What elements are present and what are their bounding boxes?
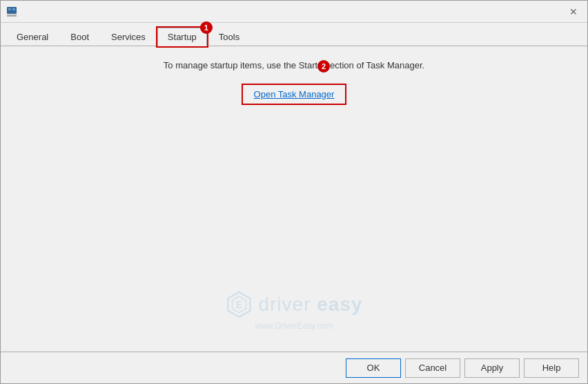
svg-rect-3 (12, 8, 15, 10)
info-text-prefix: To manage startup items, use the Start (164, 60, 317, 70)
ok-button[interactable]: OK (346, 358, 401, 378)
tab-startup[interactable]: Startup (157, 28, 207, 46)
apply-button[interactable]: Apply (464, 358, 520, 378)
info-text-suffix: ection of Task Manager. (330, 60, 424, 70)
watermark-logo: E driver easy (225, 291, 362, 318)
main-content: To manage startup items, use the Start2e… (1, 46, 587, 352)
svg-text:E: E (236, 299, 242, 310)
link-container: Open Task Manager (14, 84, 574, 105)
svg-rect-2 (8, 8, 11, 10)
tab-startup-wrapper: Startup 1 (157, 27, 207, 46)
cancel-button[interactable]: Cancel (405, 358, 460, 378)
footer: OK Cancel Apply Help (1, 352, 587, 383)
open-task-manager-button[interactable]: Open Task Manager (254, 89, 335, 99)
svg-marker-4 (228, 292, 250, 317)
watermark-brand: driver easy (258, 294, 362, 316)
close-button[interactable]: ✕ (565, 3, 582, 20)
tab-general[interactable]: General (6, 28, 59, 46)
tab-tools[interactable]: Tools (208, 28, 250, 46)
tab-services[interactable]: Services (101, 28, 156, 46)
watermark-icon: E (225, 291, 253, 318)
title-bar: ✕ (1, 1, 587, 23)
system-config-dialog: ✕ General Boot Services Startup 1 Tools … (0, 0, 588, 384)
tab-boot[interactable]: Boot (60, 28, 99, 46)
svg-marker-5 (232, 296, 246, 313)
open-task-manager-box: Open Task Manager (242, 84, 347, 105)
app-icon (6, 6, 17, 17)
info-text: To manage startup items, use the Start2e… (14, 60, 574, 73)
tabs-bar: General Boot Services Startup 1 Tools (1, 23, 587, 46)
step-2-badge: 2 (317, 60, 330, 73)
svg-rect-1 (7, 15, 17, 17)
title-bar-left (6, 6, 17, 17)
watermark-url: www.DriverEasy.com (225, 321, 362, 331)
help-button[interactable]: Help (524, 358, 579, 378)
watermark: E driver easy www.DriverEasy.com (225, 291, 362, 331)
